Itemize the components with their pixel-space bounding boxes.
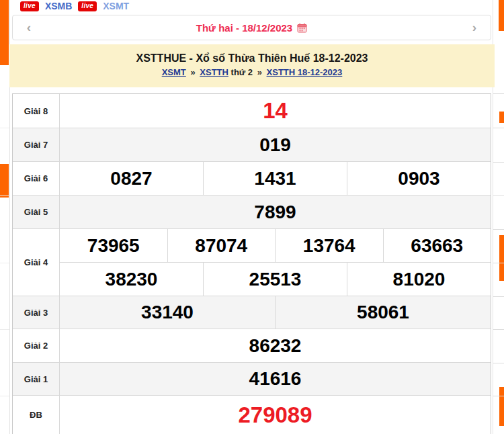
prize-value: 0903	[347, 162, 491, 195]
side-rule	[493, 296, 504, 297]
prize-value: 14	[60, 94, 491, 128]
breadcrumb: XSMT » XSTTH thứ 2 » XSTTH 18-12-2023	[9, 67, 495, 77]
top-quick-links: live XSMB live XSMT	[20, 0, 129, 12]
prize-value: 25513	[204, 263, 347, 296]
prize-row-g6: Giải 6 0827 1431 0903	[13, 162, 491, 196]
calendar-icon[interactable]	[297, 23, 307, 33]
prize-label: Giải 2	[13, 329, 60, 362]
prize-value: 279089	[60, 396, 491, 434]
breadcrumb-text-weekday: thứ 2	[231, 67, 253, 77]
side-rule	[493, 363, 504, 363]
breadcrumb-link-xstth[interactable]: XSTTH	[200, 67, 228, 77]
prize-value: 0827	[60, 162, 204, 195]
date-display: Thứ hai - 18/12/2023	[45, 22, 458, 34]
side-rule	[493, 229, 504, 230]
side-rule-left	[0, 196, 9, 196]
side-rule-left	[0, 128, 9, 128]
side-rule	[493, 329, 504, 330]
date-label: Thứ hai - 18/12/2023	[196, 22, 292, 34]
prize-label: Giải 8	[13, 94, 60, 128]
prize-value: 73965	[60, 229, 168, 262]
prize-value: 58061	[276, 296, 491, 329]
prize-label: Giải 5	[13, 196, 60, 228]
prize-row-g2: Giải 2 86232	[13, 329, 491, 363]
prize-value: 019	[60, 128, 491, 161]
prize-label: Giải 6	[13, 162, 60, 195]
decor-left-top	[0, 0, 9, 65]
prize-row-db: ĐB 279089	[13, 396, 491, 434]
live-badge: live	[20, 1, 39, 11]
decor-right-4	[499, 387, 504, 426]
decor-right-1	[499, 0, 504, 31]
prize-label: Giải 4	[13, 229, 60, 296]
prize-value: 38230	[60, 263, 204, 296]
breadcrumb-link-xstth-date[interactable]: XSTTH 18-12-2023	[267, 67, 343, 77]
prize-label: ĐB	[13, 396, 60, 434]
side-rule-left	[0, 396, 9, 396]
result-header: XSTTHUE - Xổ số Thừa Thiên Huế 18-12-202…	[9, 44, 495, 87]
lottery-results-page: live XSMB live XSMT ‹ Thứ hai - 18/12/20…	[0, 0, 504, 434]
live-badge: live	[78, 1, 97, 11]
side-rule	[493, 93, 504, 94]
date-navigation-bar: ‹ Thứ hai - 18/12/2023 ›	[12, 15, 491, 40]
prize-value: 7899	[60, 196, 491, 228]
prize-value: 41616	[60, 363, 491, 395]
prize-row-g7: Giải 7 019	[13, 128, 491, 162]
prize-row-g5: Giải 5 7899	[13, 196, 491, 229]
prize-value: 87074	[168, 229, 276, 262]
prize-value: 81020	[347, 263, 491, 296]
prize-label: Giải 1	[13, 363, 60, 395]
link-xsmb[interactable]: XSMB	[45, 1, 72, 11]
prize-row-g4: Giải 4 73965 87074 13764 63663 38230 255…	[13, 229, 491, 296]
prize-row-g3: Giải 3 33140 58061	[13, 296, 491, 329]
prize-value: 63663	[384, 229, 491, 262]
prev-day-button[interactable]: ‹	[13, 20, 45, 35]
prize-value: 1431	[204, 162, 347, 195]
link-xsmt[interactable]: XSMT	[103, 1, 129, 11]
side-rule	[493, 396, 504, 396]
decor-left-mid	[0, 164, 9, 198]
side-rule	[493, 162, 504, 163]
page-title: XSTTHUE - Xổ số Thừa Thiên Huế 18-12-202…	[9, 52, 495, 64]
prize-value: 33140	[60, 296, 276, 329]
side-rule	[493, 263, 504, 263]
breadcrumb-link-xsmt[interactable]: XSMT	[162, 67, 186, 77]
prize-label: Giải 7	[13, 128, 60, 161]
results-table: Giải 8 14 Giải 7 019 Giải 6 0827 1431 09…	[12, 93, 491, 434]
decor-right-3	[499, 235, 504, 281]
side-rule	[493, 196, 504, 196]
breadcrumb-separator: »	[190, 67, 195, 77]
next-day-button[interactable]: ›	[458, 20, 491, 35]
prize-row-g1: Giải 1 41616	[13, 363, 491, 396]
prize-row-g8: Giải 8 14	[13, 94, 491, 128]
prize-label: Giải 3	[13, 296, 60, 329]
prize-value: 13764	[276, 229, 384, 262]
prize-value: 86232	[60, 329, 491, 362]
side-rule-left	[0, 263, 9, 263]
side-rule-left	[0, 329, 9, 330]
side-rule	[493, 128, 504, 128]
breadcrumb-separator: »	[257, 67, 262, 77]
decor-right-2	[499, 112, 504, 123]
